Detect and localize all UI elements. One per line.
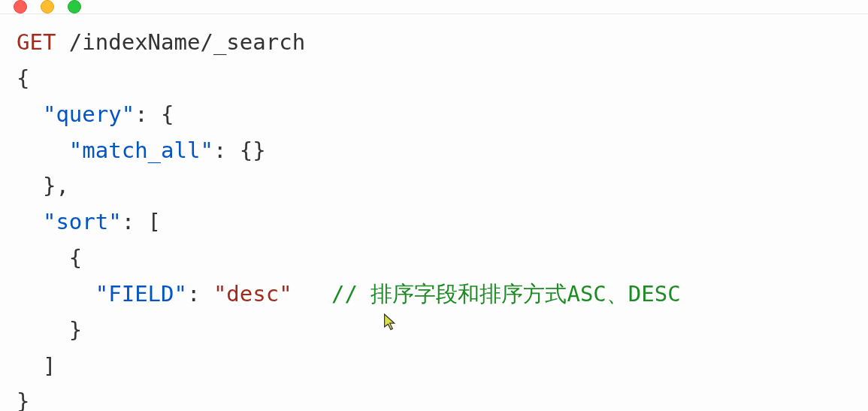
brace-close: } [17,388,29,411]
punct: : [187,281,213,307]
request-path: /indexName/_search [69,29,305,55]
indent [17,209,43,234]
json-key-query: "query" [43,101,135,127]
punct: }, [17,173,69,198]
titlebar [0,0,868,14]
code-window: GET /indexName/_search { "query": { "mat… [0,0,868,411]
indent [17,138,69,163]
minimize-button[interactable] [41,0,54,14]
cursor-icon [383,313,398,331]
punct: } [17,317,82,343]
json-key-field: "FIELD" [95,281,187,307]
punct: { [17,245,82,270]
close-button[interactable] [14,0,27,14]
json-key-match-all: "match_all" [69,138,213,163]
punct: : {} [213,138,266,163]
indent [17,101,43,127]
punct: ] [17,353,56,379]
code-editor[interactable]: GET /indexName/_search { "query": { "mat… [0,14,868,411]
indent [17,281,95,307]
gap [292,281,331,307]
punct: : { [135,101,174,127]
http-method: GET [17,29,56,55]
punct: : [ [122,209,161,234]
comment-sort-explanation: // 排序字段和排序方式ASC、DESC [331,281,681,307]
json-key-sort: "sort" [43,209,122,234]
maximize-button[interactable] [68,0,81,14]
brace-open: { [17,65,29,91]
json-value-desc: "desc" [213,281,292,307]
